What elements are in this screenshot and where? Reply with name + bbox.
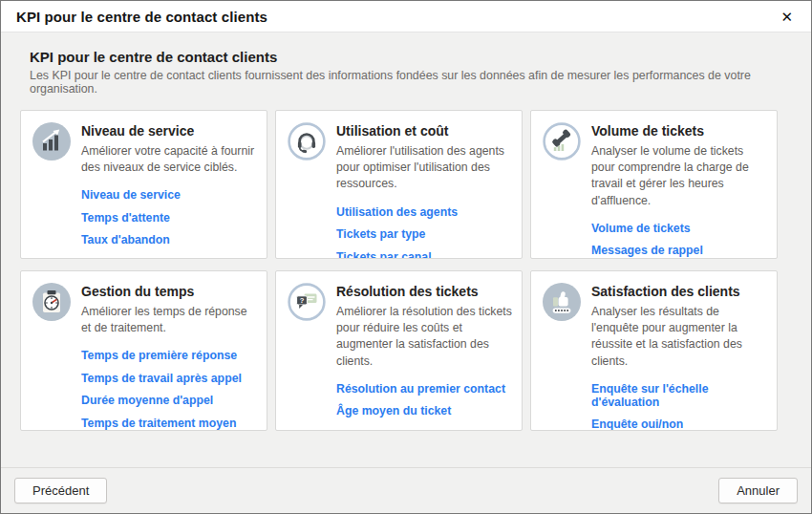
card-body: Volume de tickets Analyser le volume de … (591, 122, 767, 259)
card-links: Enquête sur l'échelle d'évaluation Enquê… (591, 382, 767, 431)
kpi-link[interactable]: Tickets par canal (336, 250, 512, 259)
window-title: KPI pour le centre de contact clients (16, 9, 774, 25)
page-title: KPI pour le centre de contact clients (30, 49, 792, 65)
page-subtitle: Les KPI pour le centre de contact client… (30, 69, 792, 96)
phone-volume-icon (543, 122, 581, 161)
kpi-link[interactable]: Vitesse moyenne de réponse (81, 256, 257, 259)
kpi-link[interactable]: Tickets par type (336, 227, 512, 241)
dialog-titlebar: KPI pour le centre de contact clients ✕ (1, 1, 811, 32)
kpi-link[interactable]: Taux d'abandon (81, 233, 257, 246)
card-links: Résolution au premier contact Âge moyen … (336, 382, 512, 418)
card-description: Analyser les résultats de l'enquête pour… (591, 304, 767, 370)
card-title: Niveau de service (81, 123, 257, 139)
cancel-button[interactable]: Annuler (718, 478, 798, 503)
kpi-dialog: KPI pour le centre de contact clients ✕ … (0, 0, 812, 514)
bar-chart-trend-icon (32, 122, 71, 161)
kpi-link[interactable]: Utilisation des agents (336, 205, 512, 219)
card-body: Satisfaction des clients Analyser les ré… (591, 283, 767, 431)
kpi-link[interactable]: Résolution au premier contact (336, 382, 512, 396)
card-description: Améliorer la résolution des tickets pour… (336, 304, 512, 370)
card-title: Satisfaction des clients (591, 284, 767, 299)
kpi-link[interactable]: Temps de traitement moyen (81, 417, 257, 430)
card-links: Temps de première réponse Temps de trava… (81, 349, 257, 430)
kpi-link[interactable]: Messages de rappel (591, 244, 767, 257)
card-body: Utilisation et coût Améliorer l'utilisat… (336, 122, 512, 259)
card-body: Gestion du temps Améliorer les temps de … (81, 283, 257, 431)
kpi-link[interactable]: Enquête sur l'échelle d'évaluation (591, 382, 767, 409)
card-links: Niveau de service Temps d'attente Taux d… (81, 188, 257, 259)
chat-question-icon: ? (288, 283, 326, 321)
kpi-link[interactable]: Âge moyen du ticket (336, 404, 512, 418)
dialog-content: KPI pour le centre de contact clients Le… (1, 32, 811, 467)
previous-button[interactable]: Précédent (14, 478, 107, 503)
card-resolution-des-tickets: ? Résolution des tickets Améliorer la ré… (275, 270, 523, 431)
card-links: Utilisation des agents Tickets par type … (336, 205, 512, 259)
card-title: Résolution des tickets (336, 284, 512, 299)
card-description: Améliorer l'utilisation des agents pour … (336, 143, 512, 193)
headset-icon (288, 122, 326, 161)
card-links: Volume de tickets Messages de rappel Tra… (591, 222, 767, 259)
card-description: Améliorer votre capacité à fournir des n… (81, 143, 257, 176)
card-gestion-du-temps: Gestion du temps Améliorer les temps de … (20, 270, 267, 431)
card-body: Niveau de service Améliorer votre capaci… (81, 122, 257, 259)
thumbs-up-icon (543, 283, 581, 321)
card-niveau-de-service: Niveau de service Améliorer votre capaci… (20, 110, 267, 259)
card-title: Utilisation et coût (336, 123, 512, 139)
kpi-link[interactable]: Durée moyenne d'appel (81, 394, 257, 407)
kpi-card-grid: Niveau de service Améliorer votre capaci… (20, 110, 792, 431)
card-description: Analyser le volume de tickets pour compr… (591, 143, 767, 209)
svg-text:?: ? (300, 296, 305, 305)
card-utilisation-et-cout: Utilisation et coût Améliorer l'utilisat… (275, 110, 523, 259)
dialog-footer: Précédent Annuler (1, 467, 811, 513)
card-body: Résolution des tickets Améliorer la réso… (336, 283, 512, 427)
card-satisfaction-des-clients: Satisfaction des clients Analyser les ré… (530, 270, 778, 431)
card-volume-de-tickets: Volume de tickets Analyser le volume de … (530, 110, 778, 259)
card-title: Volume de tickets (591, 123, 767, 139)
kpi-link[interactable]: Volume de tickets (591, 222, 767, 235)
card-title: Gestion du temps (81, 284, 257, 299)
kpi-link[interactable]: Enquête oui/non (591, 418, 767, 431)
kpi-link[interactable]: Temps de première réponse (81, 349, 257, 362)
stopwatch-icon (32, 283, 71, 321)
card-description: Améliorer les temps de réponse et de tra… (81, 304, 257, 336)
kpi-link[interactable]: Temps d'attente (81, 211, 257, 225)
kpi-link[interactable]: Temps de travail après appel (81, 372, 257, 385)
close-icon[interactable]: ✕ (774, 8, 800, 26)
kpi-link[interactable]: Niveau de service (81, 188, 257, 202)
